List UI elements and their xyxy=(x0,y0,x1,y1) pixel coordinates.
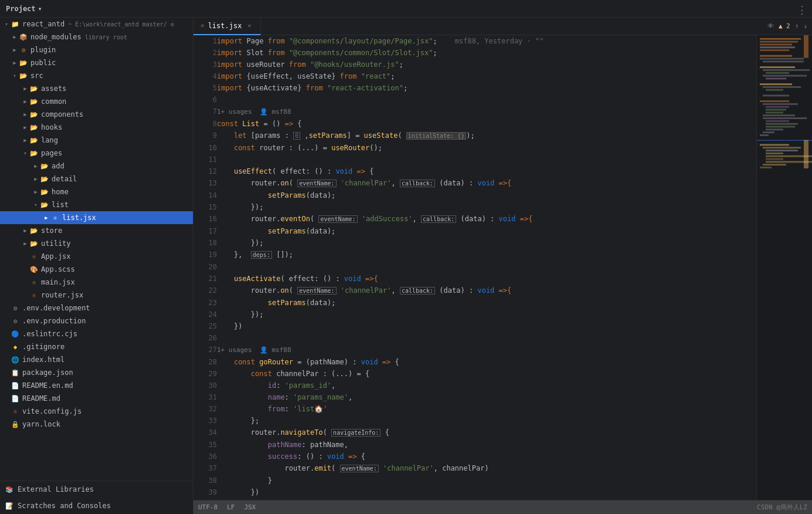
tree-label-list-jsx: list.jsx xyxy=(62,214,96,222)
tree-arrow-detail[interactable]: ▶ xyxy=(32,175,40,183)
tree-label-public: public xyxy=(30,59,56,67)
tree-label-src: src xyxy=(30,72,43,80)
line-code-27: 1+ usages 👤 msf88 xyxy=(217,344,756,356)
sidebar-item-list-jsx[interactable]: ▶ ⚛ list.jsx xyxy=(0,211,193,224)
tree-arrow-pages[interactable]: ▾ xyxy=(21,149,29,157)
svg-rect-18 xyxy=(760,100,789,102)
tree-arrow-assets[interactable]: ▶ xyxy=(21,84,29,93)
sidebar-item-pages[interactable]: ▾ 📂 pages xyxy=(0,147,193,160)
tree-arrow-utility[interactable]: ▶ xyxy=(21,239,29,248)
line-code-38: } xyxy=(217,475,756,486)
project-title[interactable]: Project xyxy=(6,5,36,13)
sidebar-item-home[interactable]: ▶ 📂 home xyxy=(0,185,193,198)
sidebar-item-plugin[interactable]: ▶ ⚙️ plugin xyxy=(0,43,193,56)
sidebar-item-gitignore[interactable]: ◆ .gitignore xyxy=(0,340,193,353)
code-editor[interactable]: 1 import Page from "@components/layout/p… xyxy=(193,35,756,500)
line-number-28: 28 xyxy=(193,356,217,368)
project-chevron[interactable]: ▾ xyxy=(38,5,42,13)
line-number-12: 12 xyxy=(193,165,217,177)
sidebar-item-components[interactable]: ▶ 📂 components xyxy=(0,108,193,121)
warning-badge: ▲ 2 xyxy=(779,22,790,30)
sidebar-item-lang[interactable]: ▶ 📂 lang xyxy=(0,134,193,147)
svg-rect-34 xyxy=(766,150,798,151)
sidebar-item-main-jsx[interactable]: ⚛ main.jsx xyxy=(0,276,193,289)
tree-arrow-home[interactable]: ▶ xyxy=(32,188,40,196)
sidebar-item-yarn-lock[interactable]: 🔒 yarn.lock xyxy=(0,418,193,431)
line-code-4: import {useEffect, useState} from "react… xyxy=(217,70,756,82)
sidebar-item-add[interactable]: ▶ 📂 add xyxy=(0,160,193,173)
tree-label-eslintrc: .eslintrc.cjs xyxy=(22,330,77,338)
tree-label-common: common xyxy=(41,97,66,106)
sidebar-item-detail[interactable]: ▶ 📂 detail xyxy=(0,173,193,185)
sidebar-item-hooks[interactable]: ▶ 📂 hooks xyxy=(0,121,193,134)
sidebar-item-env-dev[interactable]: ⚙ .env.development xyxy=(0,302,193,315)
file-icon-vite-config: ⚛ xyxy=(11,407,20,416)
tree-arrow-common[interactable]: ▶ xyxy=(21,97,29,106)
code-line-30: 30 id: 'params_id', xyxy=(193,380,756,391)
sidebar-item-public[interactable]: ▶ 📂 public xyxy=(0,56,193,69)
sidebar-item-app-jsx[interactable]: ⚛ App.jsx xyxy=(0,250,193,263)
editor-body: 1 import Page from "@components/layout/p… xyxy=(193,35,812,500)
sidebar-item-external-libraries[interactable]: 📚 External Libraries xyxy=(0,481,193,498)
scroll-down-button[interactable]: ↓ xyxy=(803,22,807,30)
tab-list-jsx[interactable]: ⚛ list.jsx ✕ xyxy=(193,18,261,35)
folder-icon-node-modules: 📦 xyxy=(19,32,28,42)
folder-icon-components: 📂 xyxy=(29,110,39,119)
scroll-up-button[interactable]: ↑ xyxy=(795,22,799,30)
sidebar-item-readme[interactable]: 📄 README.md xyxy=(0,392,193,405)
sidebar-item-assets[interactable]: ▶ 📂 assets xyxy=(0,82,193,95)
tab-close-button[interactable]: ✕ xyxy=(245,22,253,30)
file-icon-yarn-lock: 🔒 xyxy=(11,420,20,429)
line-code-35: pathName: pathName, xyxy=(217,439,756,451)
tree-label-router-jsx: router.jsx xyxy=(41,291,83,299)
code-line-13: 13 router.on( eventName: 'channelPar', c… xyxy=(193,177,756,190)
line-code-11 xyxy=(217,154,756,165)
sidebar-item-react-antd[interactable]: ▾ 📁 react_antd ~ E:\work\react_antd mast… xyxy=(0,18,193,31)
sidebar-item-readme-en[interactable]: 📄 README.en.md xyxy=(0,379,193,392)
tree-arrow-plugin[interactable]: ▶ xyxy=(11,46,19,54)
line-number-17: 17 xyxy=(193,225,217,237)
sidebar-item-router-jsx[interactable]: ⚛ router.jsx xyxy=(0,289,193,302)
sidebar-item-package-json[interactable]: 📋 package.json xyxy=(0,366,193,379)
sidebar-item-store[interactable]: ▶ 📂 store xyxy=(0,224,193,237)
external-libraries-label: External Libraries xyxy=(18,485,94,493)
context-menu-button[interactable]: ⋮ xyxy=(797,4,807,16)
tree-arrow-add[interactable]: ▶ xyxy=(32,162,40,170)
sidebar-item-index-html[interactable]: 🌐 index.html xyxy=(0,353,193,366)
sidebar-item-vite-config[interactable]: ⚛ vite.config.js xyxy=(0,405,193,418)
svg-rect-29 xyxy=(763,131,774,133)
sidebar-item-utility[interactable]: ▶ 📂 utility xyxy=(0,237,193,250)
sidebar-item-scratches[interactable]: 📝 Scratches and Consoles xyxy=(0,498,193,514)
line-code-19: }, deps: []); xyxy=(217,249,756,261)
folder-icon-add: 📂 xyxy=(40,161,49,171)
eye-icon[interactable]: 👁 xyxy=(767,22,774,30)
svg-rect-21 xyxy=(766,109,786,111)
tree-arrow-list[interactable]: ▾ xyxy=(32,201,40,209)
code-line-2: 2 import Slot from "@components/common/S… xyxy=(193,47,756,59)
tree-arrow-public[interactable]: ▶ xyxy=(11,59,19,67)
tree-arrow-src[interactable]: ▾ xyxy=(11,72,19,80)
tree-label-readme-en: README.en.md xyxy=(22,381,73,390)
sidebar-item-node-modules[interactable]: ▶ 📦 node_modules library root xyxy=(0,31,193,43)
sidebar-item-list-folder[interactable]: ▾ 📂 list xyxy=(0,198,193,211)
tree-arrow-store[interactable]: ▶ xyxy=(21,226,29,235)
tree-arrow-components[interactable]: ▶ xyxy=(21,110,29,119)
svg-rect-5 xyxy=(760,49,789,51)
line-number-3: 3 xyxy=(193,59,217,70)
line-number-11: 11 xyxy=(193,154,217,165)
sidebar-item-app-scss[interactable]: 🎨 App.scss xyxy=(0,263,193,276)
tree-arrow-lang[interactable]: ▶ xyxy=(21,136,29,144)
code-line-10: 10 const router : (...) = useRouter(); xyxy=(193,142,756,154)
tree-arrow-react-antd[interactable]: ▾ xyxy=(2,20,11,28)
svg-rect-23 xyxy=(763,114,795,116)
sidebar-item-env-prod[interactable]: ⚙ .env.production xyxy=(0,315,193,327)
line-code-16: router.eventOn( eventName: 'addSuccess',… xyxy=(217,213,756,225)
sidebar-item-common[interactable]: ▶ 📂 common xyxy=(0,95,193,108)
tree-arrow-hooks[interactable]: ▶ xyxy=(21,123,29,131)
tree-label-components: components xyxy=(41,110,83,119)
tree-arrow-node-modules[interactable]: ▶ xyxy=(11,33,19,41)
sidebar-item-src[interactable]: ▾ 📂 src xyxy=(0,69,193,82)
svg-rect-3 xyxy=(760,43,792,45)
sidebar-item-eslintrc[interactable]: 🔵 .eslintrc.cjs xyxy=(0,327,193,340)
folder-icon-detail: 📂 xyxy=(40,174,49,184)
